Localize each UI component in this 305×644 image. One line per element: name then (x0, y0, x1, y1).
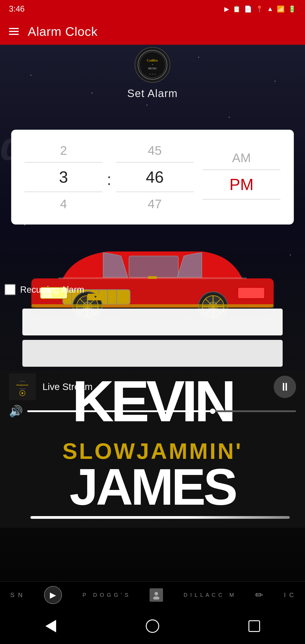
live-stream-label: Live Stream (42, 382, 267, 392)
minute-above: 45 (148, 139, 162, 162)
location-status-icon: 📍 (256, 5, 264, 13)
battery-status-icon: 🔋 (288, 5, 296, 13)
wifi-status-icon: ▲ (267, 5, 273, 12)
svg-text:Slowjammin': Slowjammin' (16, 384, 28, 386)
nav-play-button[interactable]: ▶ (44, 586, 62, 604)
album-thumbnail[interactable]: Kevin Slowjammin' James (9, 374, 36, 400)
nav-text-ic: I C (284, 592, 295, 598)
ampm-divider-bottom (202, 199, 280, 200)
minute-column[interactable]: 45 46 47 (116, 139, 194, 216)
recurring-row[interactable]: Recurring Alarm (4, 284, 305, 295)
svg-rect-8 (129, 256, 178, 277)
document-status-icon: 📄 (244, 5, 252, 13)
status-icons: ▶ 📋 📄 📍 ▲ 📶 🔋 (224, 5, 296, 13)
play-status-icon: ▶ (224, 5, 229, 13)
svg-rect-37 (148, 276, 157, 279)
nav-text-dillacc: D I L L A C C M (184, 592, 234, 598)
hour-current[interactable]: 3 (59, 162, 68, 192)
svg-text:MUSIC: MUSIC (148, 67, 157, 70)
player-controls: Kevin Slowjammin' James Live Stream ⏸ 🔊 (0, 369, 305, 422)
clipboard-status-icon: 📋 (233, 5, 240, 13)
app-title: Alarm Clock (28, 24, 98, 39)
hour-above: 2 (60, 139, 67, 162)
scrubber-thumb[interactable] (210, 408, 215, 414)
bottom-nav: S N ▶ P D O G G ' S D I L L A C C M ✏ I … (0, 582, 305, 608)
recents-button[interactable] (245, 617, 263, 635)
status-time: 3:46 (9, 4, 24, 14)
minute-below: 47 (148, 192, 162, 216)
scrubber-fill (27, 410, 215, 412)
svg-text:✦: ✦ (152, 63, 154, 66)
player-top-row: Kevin Slowjammin' James Live Stream ⏸ (9, 374, 296, 400)
volume-icon[interactable]: 🔊 (9, 405, 23, 418)
hour-column[interactable]: 2 3 4 (24, 139, 102, 216)
pause-icon: ⏸ (279, 380, 290, 393)
nav-contact-icon[interactable] (150, 588, 163, 602)
nav-pencil-icon[interactable]: ✏ (255, 589, 264, 600)
pause-button[interactable]: ⏸ (274, 376, 296, 398)
svg-text:✦: ✦ (94, 295, 97, 299)
hamburger-menu[interactable] (9, 28, 19, 35)
ampm-column[interactable]: AM PM (202, 146, 280, 208)
set-alarm-heading: Set Alarm (127, 87, 178, 100)
underline-decoration (30, 516, 290, 519)
status-bar: 3:46 ▶ 📋 📄 📍 ▲ 📶 🔋 (0, 0, 305, 18)
recurring-label: Recurring Alarm (20, 285, 84, 295)
logo-circle: Cadillac ✦ MUSIC ❧ ❧ ❧ (134, 47, 170, 83)
home-button[interactable] (144, 617, 162, 635)
ampm-current[interactable]: PM (230, 170, 254, 199)
nav-text-sn: S N (10, 592, 24, 598)
svg-point-45 (154, 592, 158, 596)
minute-current[interactable]: 46 (146, 162, 164, 192)
svg-text:James: James (19, 388, 26, 390)
sys-nav (0, 608, 305, 644)
scrubber-bar[interactable] (27, 410, 296, 412)
svg-rect-33 (31, 304, 274, 308)
background-area: Cadillac ✦ MUSIC ❧ ❧ ❧ Set Alarm dr... 2… (0, 45, 305, 644)
svg-text:❧ ❧ ❧: ❧ ❧ ❧ (149, 73, 156, 75)
hour-below: 4 (60, 192, 67, 216)
svg-text:Cadillac: Cadillac (147, 59, 158, 62)
white-box-2 (22, 340, 283, 367)
signal-status-icon: 📶 (277, 5, 285, 13)
time-colon: : (102, 170, 116, 188)
white-box-1 (22, 308, 283, 336)
recurring-checkbox[interactable] (4, 284, 16, 295)
ampm-above: AM (232, 146, 251, 170)
james-label: JAMES (0, 465, 305, 509)
nav-text-dogg: P D O G G ' S (82, 592, 129, 598)
svg-rect-38 (9, 374, 36, 400)
time-picker[interactable]: 2 3 4 : 45 46 47 AM PM (11, 130, 294, 224)
scrubber-area: 🔊 (9, 405, 296, 418)
back-button[interactable] (42, 617, 60, 635)
car-illustration: ✦ (18, 235, 287, 320)
svg-point-43 (22, 392, 23, 394)
app-bar: Alarm Clock (0, 18, 305, 45)
logo-area: Cadillac ✦ MUSIC ❧ ❧ ❧ Set Alarm (127, 47, 178, 100)
james-text-area: JAMES (0, 465, 305, 509)
svg-text:Kevin: Kevin (20, 380, 25, 382)
